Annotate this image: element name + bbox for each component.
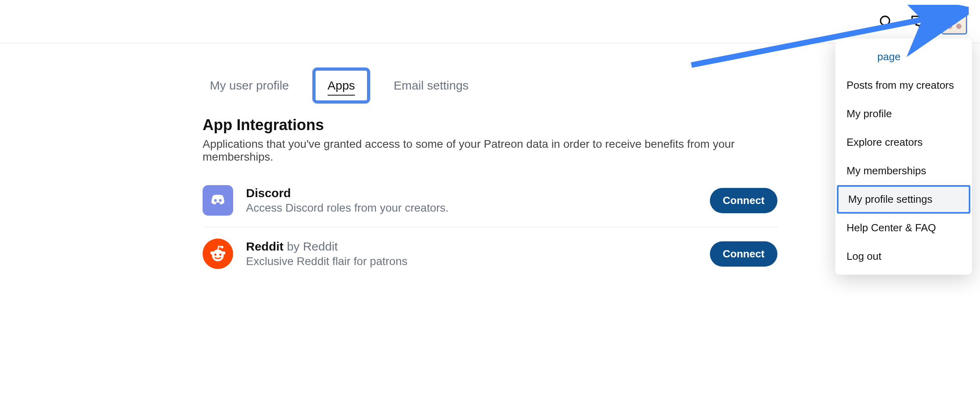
app-by: by Reddit — [287, 240, 338, 253]
search-icon — [879, 14, 893, 29]
section-description: Applications that you've granted access … — [203, 138, 777, 163]
settings-tabs: My user profile Apps Email settings — [203, 43, 777, 113]
svg-point-10 — [219, 253, 221, 255]
app-description: Access Discord roles from your creators. — [246, 202, 710, 214]
dropdown-item-help[interactable]: Help Center & FAQ — [835, 214, 972, 242]
svg-point-5 — [212, 250, 223, 261]
app-text: Discord Access Discord roles from your c… — [246, 186, 710, 214]
tab-user-profile[interactable]: My user profile — [203, 74, 296, 97]
app-name: Reddit by Reddit — [246, 240, 710, 253]
svg-point-9 — [214, 253, 216, 255]
dropdown-item-explore[interactable]: Explore creators — [835, 128, 972, 157]
messages-button[interactable]: 4 — [909, 13, 927, 31]
reddit-icon — [203, 239, 233, 269]
svg-line-1 — [888, 24, 892, 27]
svg-point-7 — [222, 251, 225, 255]
avatar-image — [944, 11, 965, 32]
connect-button-reddit[interactable]: Connect — [710, 241, 777, 267]
app-description: Exclusive Reddit flair for patrons — [246, 255, 710, 268]
section-title: App Integrations — [203, 116, 777, 134]
user-dropdown: XXXX page Posts from my creators My prof… — [835, 39, 972, 275]
dropdown-item-memberships[interactable]: My memberships — [835, 157, 972, 185]
tab-apps[interactable]: Apps — [312, 67, 370, 104]
main-content: My user profile Apps Email settings App … — [195, 43, 785, 280]
dropdown-item-logout[interactable]: Log out — [835, 242, 972, 271]
dropdown-item-page[interactable]: XXXX page — [835, 43, 972, 71]
tab-email-settings[interactable]: Email settings — [386, 74, 476, 97]
connect-button-discord[interactable]: Connect — [710, 188, 777, 213]
avatar-button[interactable] — [941, 9, 967, 35]
svg-point-6 — [210, 251, 213, 255]
dropdown-item-profile[interactable]: My profile — [835, 100, 972, 128]
svg-point-4 — [219, 199, 221, 202]
topbar: 4 — [0, 0, 980, 43]
dropdown-item-posts[interactable]: Posts from my creators — [835, 71, 972, 100]
dropdown-item-settings[interactable]: My profile settings — [837, 185, 970, 214]
notification-badge: 4 — [918, 10, 929, 21]
app-text: Reddit by Reddit Exclusive Reddit flair … — [246, 240, 710, 268]
app-row-discord: Discord Access Discord roles from your c… — [203, 174, 777, 227]
discord-icon — [203, 185, 233, 216]
app-row-reddit: Reddit by Reddit Exclusive Reddit flair … — [203, 227, 777, 280]
app-name: Discord — [246, 186, 710, 200]
search-button[interactable] — [877, 13, 895, 31]
svg-point-3 — [214, 199, 217, 202]
